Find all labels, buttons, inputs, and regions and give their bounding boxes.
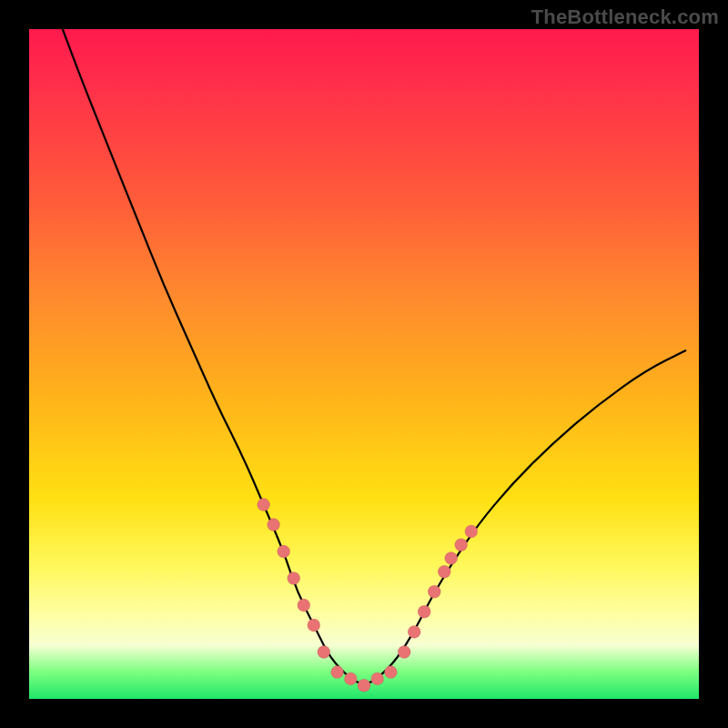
highlight-dot bbox=[318, 646, 330, 659]
highlight-dot bbox=[344, 672, 357, 685]
highlight-dot bbox=[438, 565, 450, 578]
highlight-dots bbox=[258, 499, 478, 693]
highlight-dot bbox=[384, 666, 397, 679]
highlight-dot bbox=[408, 625, 420, 638]
highlight-dot bbox=[268, 519, 280, 531]
highlight-dot bbox=[331, 666, 344, 679]
highlight-dot bbox=[398, 646, 410, 659]
highlight-dot bbox=[371, 672, 384, 685]
bottleneck-curve bbox=[63, 29, 686, 683]
highlight-dot bbox=[428, 585, 440, 598]
highlight-dot bbox=[465, 525, 478, 538]
highlight-dot bbox=[418, 605, 430, 618]
highlight-dot bbox=[258, 499, 270, 511]
highlight-dot bbox=[308, 619, 320, 632]
chart-frame: TheBottleneck.com bbox=[0, 0, 728, 728]
highlight-dot bbox=[445, 551, 458, 564]
highlight-dot bbox=[278, 545, 290, 558]
plot-area bbox=[29, 29, 699, 699]
highlight-dot bbox=[455, 539, 468, 551]
curve-layer bbox=[29, 29, 699, 699]
highlight-dot bbox=[288, 572, 300, 585]
highlight-dot bbox=[298, 599, 310, 612]
watermark-text: TheBottleneck.com bbox=[531, 5, 719, 29]
highlight-dot bbox=[358, 679, 370, 692]
